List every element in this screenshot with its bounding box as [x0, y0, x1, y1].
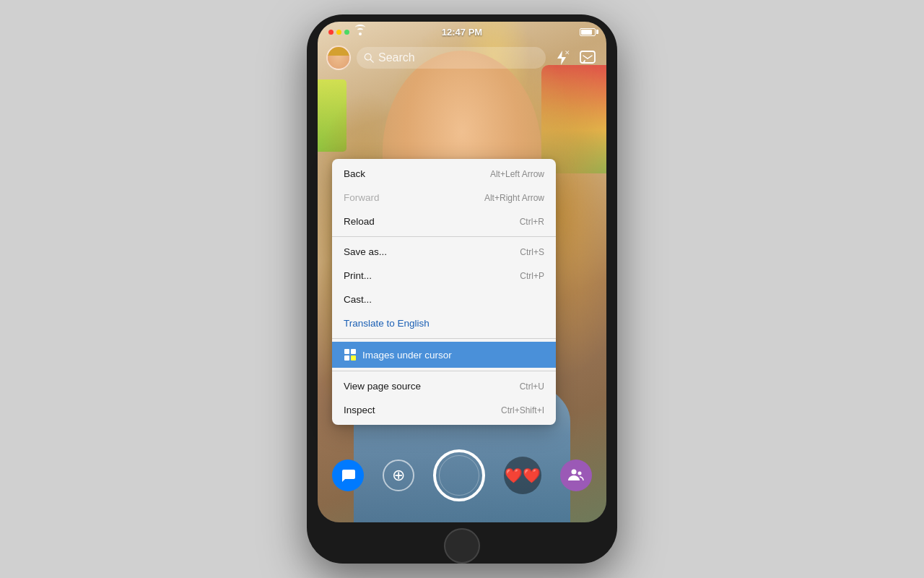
menu-left-translate: Translate to English — [344, 318, 430, 329]
menu-label-reload: Reload — [344, 216, 375, 227]
home-button[interactable] — [444, 528, 480, 564]
user-avatar[interactable] — [326, 46, 351, 70]
shutter-button[interactable] — [433, 449, 485, 501]
dot-1 — [328, 30, 334, 35]
menu-item-save_as[interactable]: Save as...Ctrl+S — [332, 240, 556, 264]
add-icon: ⊕ — [392, 467, 405, 483]
flash-button[interactable]: ✕ — [552, 48, 572, 68]
menu-section-1: Save as...Ctrl+SPrint...Ctrl+PCast...Tra… — [332, 237, 556, 338]
bottom-controls: ⊕ ❤️❤️ — [318, 436, 606, 515]
menu-shortcut-reload: Ctrl+R — [520, 217, 544, 227]
svg-rect-6 — [344, 349, 349, 354]
menu-left-save_as: Save as... — [344, 246, 387, 257]
avatar-hair — [328, 47, 349, 56]
chat-icon-button[interactable] — [578, 48, 598, 68]
menu-shortcut-view_source: Ctrl+U — [520, 381, 544, 392]
menu-left-back: Back — [344, 168, 365, 179]
status-right — [580, 28, 596, 36]
svg-rect-7 — [351, 349, 356, 354]
dot-2 — [336, 30, 341, 35]
dot-3 — [344, 30, 349, 35]
svg-line-1 — [370, 59, 373, 62]
chat-button[interactable] — [332, 460, 364, 491]
menu-item-inspect[interactable]: InspectCtrl+Shift+I — [332, 398, 556, 422]
menu-label-save_as: Save as... — [344, 246, 387, 257]
status-time: 12:47 PM — [442, 27, 482, 38]
menu-shortcut-back: Alt+Left Arrow — [490, 169, 544, 179]
shutter-inner — [439, 455, 479, 496]
menu-section-0: BackAlt+Left ArrowForwardAlt+Right Arrow… — [332, 159, 556, 236]
menu-label-cast: Cast... — [344, 294, 372, 305]
search-icon — [364, 53, 374, 63]
add-button[interactable]: ⊕ — [383, 460, 414, 491]
menu-left-forward: Forward — [344, 192, 380, 203]
menu-label-translate: Translate to English — [344, 318, 430, 329]
menu-item-forward[interactable]: ForwardAlt+Right Arrow — [332, 186, 556, 210]
menu-shortcut-forward: Alt+Right Arrow — [484, 193, 544, 203]
signal-dots — [328, 28, 365, 35]
menu-left-reload: Reload — [344, 216, 375, 227]
menu-item-images_cursor[interactable]: Images under cursor — [332, 342, 556, 368]
context-menu: BackAlt+Left ArrowForwardAlt+Right Arrow… — [332, 159, 556, 425]
wifi-icon — [355, 28, 365, 35]
app-bar: Search ✕ — [318, 42, 606, 74]
status-bar: 12:47 PM — [318, 22, 606, 42]
menu-section-2: Images under cursor — [332, 339, 556, 371]
lens-icon — [344, 348, 357, 361]
menu-left-cast: Cast... — [344, 294, 372, 305]
battery-fill — [581, 30, 592, 35]
avatar-face — [328, 47, 349, 69]
menu-item-print[interactable]: Print...Ctrl+P — [332, 264, 556, 288]
hearts-icon: ❤️❤️ — [505, 467, 541, 484]
battery-icon — [580, 28, 596, 36]
menu-label-back: Back — [344, 168, 365, 179]
menu-left-print: Print... — [344, 270, 372, 281]
menu-label-images_cursor: Images under cursor — [362, 350, 452, 361]
menu-left-images_cursor: Images under cursor — [344, 348, 452, 361]
menu-left-view_source: View page source — [344, 381, 421, 392]
menu-label-print: Print... — [344, 270, 372, 281]
svg-point-5 — [578, 472, 582, 475]
menu-item-cast[interactable]: Cast... — [332, 288, 556, 311]
menu-section-3: View page sourceCtrl+UInspectCtrl+Shift+… — [332, 371, 556, 425]
menu-item-back[interactable]: BackAlt+Left Arrow — [332, 162, 556, 186]
menu-label-view_source: View page source — [344, 381, 421, 392]
menu-item-view_source[interactable]: View page sourceCtrl+U — [332, 374, 556, 398]
hearts-button[interactable]: ❤️❤️ — [504, 457, 541, 494]
svg-rect-3 — [580, 51, 595, 63]
friends-button[interactable] — [560, 460, 592, 491]
menu-shortcut-save_as: Ctrl+S — [520, 247, 544, 257]
svg-rect-9 — [351, 355, 356, 361]
search-placeholder: Search — [378, 51, 415, 64]
menu-label-forward: Forward — [344, 192, 380, 203]
menu-item-reload[interactable]: ReloadCtrl+R — [332, 210, 556, 233]
menu-item-translate[interactable]: Translate to English — [332, 311, 556, 335]
menu-label-inspect: Inspect — [344, 405, 375, 415]
menu-shortcut-inspect: Ctrl+Shift+I — [501, 405, 544, 415]
menu-shortcut-print: Ctrl+P — [520, 271, 544, 281]
menu-left-inspect: Inspect — [344, 405, 375, 415]
flash-x-icon: ✕ — [565, 49, 570, 56]
search-bar[interactable]: Search — [357, 47, 546, 69]
svg-rect-8 — [344, 355, 349, 361]
svg-point-4 — [572, 470, 577, 475]
